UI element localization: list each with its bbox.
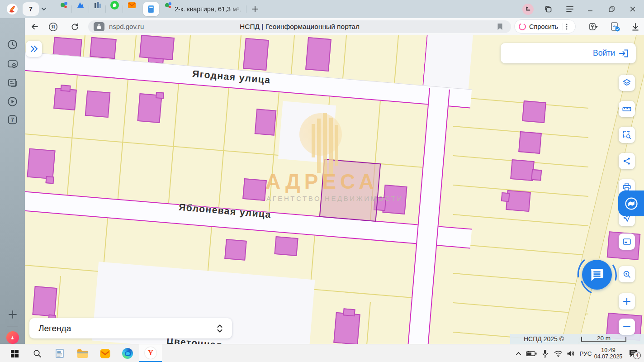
building[interactable] [137,93,162,123]
language-indicator[interactable]: РУС [578,344,593,362]
password-manager-icon[interactable] [586,18,601,35]
window-minimize-button[interactable] [581,0,599,18]
building-annex [531,169,542,181]
ruler-button[interactable] [619,101,635,117]
building[interactable] [506,190,530,212]
parcel-line [168,84,179,205]
pinned-tab-mail-icon[interactable] [127,0,137,10]
tab-favicon-icon[interactable] [163,0,173,10]
page-title: НСПД | Геоинформационный портал [240,23,360,31]
volume-icon[interactable] [564,344,577,362]
overview-map-button[interactable] [619,233,635,250]
ask-menu-dots-icon[interactable] [566,23,568,30]
building[interactable] [27,148,55,180]
screenshot-icon[interactable] [0,59,25,70]
zoom-out-button[interactable] [619,319,635,335]
legend-collapse-icon[interactable] [217,324,223,333]
parcel-line [453,214,588,226]
video-play-icon[interactable] [0,96,25,107]
building[interactable] [382,185,407,214]
address-bar[interactable]: nspd.gov.ru НСПД | Геоинформационный пор… [88,20,511,33]
yandex-browser-logo-icon[interactable] [6,0,18,18]
share-device-icon[interactable] [607,18,623,35]
chat-button[interactable] [582,260,612,290]
taskbar-news-app-icon[interactable] [51,344,69,362]
site-lock-icon[interactable] [94,22,104,31]
downloads-icon[interactable] [628,18,643,35]
building[interactable] [90,37,116,59]
divider [71,5,72,13]
building[interactable] [243,38,269,71]
bookmark-icon[interactable] [497,23,503,30]
building[interactable] [32,286,57,317]
ask-label: Спросить [529,23,558,30]
ask-alice-button[interactable]: Спросить [514,19,576,33]
share-button[interactable] [619,153,635,169]
parcel-line [187,35,190,66]
divider [7,326,18,327]
start-button[interactable] [5,344,24,362]
scale-bar: 20 m [581,337,626,342]
building[interactable] [333,312,360,344]
building-annex [60,85,71,92]
articles-icon[interactable] [0,78,25,88]
sidebar-add-icon[interactable] [0,310,25,319]
url-text: nspd.gov.ru [109,23,144,30]
clock-tray[interactable]: 10:49 04.07.2025 [593,344,623,362]
new-tab-button[interactable] [251,0,259,18]
taskbar-mail-icon[interactable] [96,344,114,362]
alice-icon[interactable] [0,331,25,344]
tab-list-chevron[interactable] [41,0,47,18]
tab-count-badge[interactable]: 7 [0,114,25,125]
building[interactable] [518,131,542,154]
pinned-tab-building-icon[interactable] [93,0,103,10]
battery-icon[interactable] [525,344,538,362]
file-explorer-icon[interactable] [73,344,91,362]
legend-label: Легенда [38,324,71,333]
building[interactable] [522,100,546,123]
building[interactable] [255,109,277,135]
login-panel[interactable]: Войти [501,43,636,63]
zoom-in-button[interactable] [619,293,635,310]
layers-button[interactable] [619,75,635,91]
building[interactable] [274,236,298,256]
pinned-tab-avito-icon[interactable] [76,0,85,10]
map-panel-tab[interactable] [618,191,644,216]
reload-button[interactable] [68,18,81,35]
select-area-button[interactable] [619,127,635,143]
edge-browser-icon[interactable] [118,344,137,362]
sidebar-expand-button[interactable] [26,41,42,57]
notification-center-icon[interactable]: 4 [625,344,641,362]
building[interactable] [305,37,331,71]
map-canvas[interactable]: Ягодная улица Яблоневая улица Цветочная … [25,35,644,344]
wifi-icon[interactable] [552,344,564,362]
back-button[interactable] [28,18,41,35]
yandex-browser-taskbar-active[interactable]: Y [139,344,162,362]
building[interactable] [510,159,535,181]
legend-panel[interactable]: Легенда [29,318,232,338]
taskbar-search-icon[interactable] [28,344,46,362]
pinned-tab-services-icon[interactable] [59,0,69,10]
building-annex [156,92,164,99]
building[interactable] [53,88,77,110]
window-close-button[interactable] [624,0,642,18]
window-restore-button[interactable] [602,0,620,18]
profile-avatar[interactable] [522,0,534,18]
microphone-icon[interactable] [539,344,551,362]
building[interactable] [139,35,175,60]
yandex-search-icon[interactable]: Я [47,18,59,35]
tray-expand-icon[interactable] [512,344,524,362]
parcel-line [118,79,128,200]
tab-flat[interactable]: 2-к. квартира, 61,3 м², 4/1 [175,0,242,18]
tab-counter[interactable]: 7 [23,2,39,16]
building[interactable] [242,178,267,201]
browser-menu-icon[interactable] [561,0,579,18]
search-location-button[interactable] [619,266,635,282]
tab-groups-icon[interactable] [539,0,557,18]
history-icon[interactable] [0,39,25,50]
building[interactable] [224,239,247,261]
building[interactable] [85,90,111,118]
selected-parcel[interactable] [319,159,381,222]
pinned-tab-whatsapp-icon[interactable] [109,0,119,10]
active-pinned-tab-nspd[interactable] [143,2,159,16]
